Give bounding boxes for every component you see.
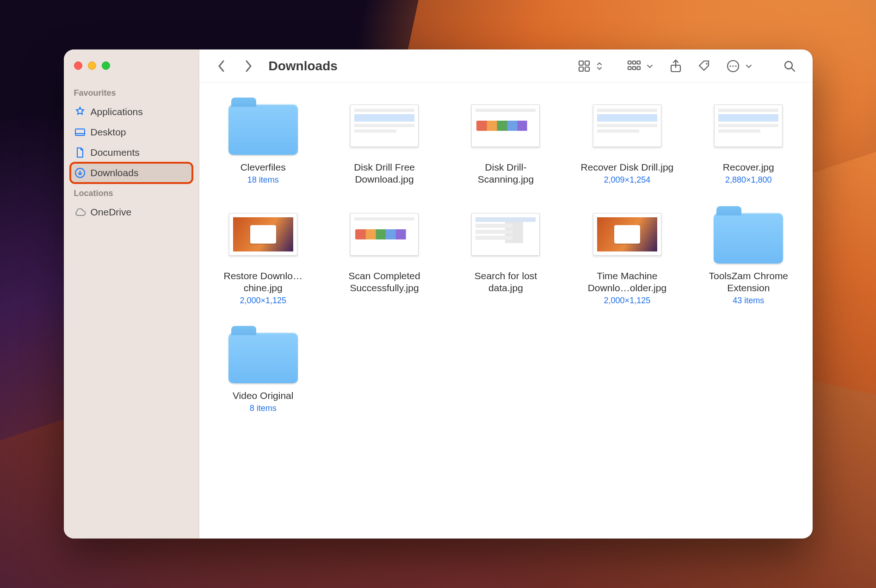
file-item[interactable]: Recover.jpg2,880×1,800 <box>693 96 804 186</box>
group-by-button[interactable] <box>624 56 644 76</box>
desktop-icon <box>74 126 86 138</box>
sidebar: Favourites Applications Desktop Document… <box>64 49 199 539</box>
folder-icon <box>714 213 783 263</box>
sidebar-item-label: Documents <box>91 147 140 158</box>
file-meta: 2,000×1,125 <box>240 296 286 306</box>
chevron-down-icon[interactable] <box>745 63 753 69</box>
documents-icon <box>74 147 86 159</box>
svg-rect-8 <box>637 61 640 64</box>
sidebar-item-desktop[interactable]: Desktop <box>70 122 192 142</box>
file-meta: 2,880×1,800 <box>725 175 772 185</box>
minimize-button[interactable] <box>88 61 96 70</box>
file-meta: 2,000×1,125 <box>604 296 651 306</box>
file-name: Time Machine Downlo…older.jpg <box>579 270 676 294</box>
sidebar-item-label: OneDrive <box>91 207 132 218</box>
main-pane: Downloads <box>199 49 813 539</box>
file-meta: 2,009×1,254 <box>604 175 651 185</box>
downloads-icon <box>74 167 86 179</box>
file-meta: 43 items <box>733 296 764 306</box>
file-name: Restore Downlo…chine.jpg <box>215 270 312 294</box>
image-thumbnail <box>593 213 661 256</box>
folder-item[interactable]: Cleverfiles18 items <box>208 96 319 186</box>
file-name: Recover.jpg <box>723 161 774 173</box>
svg-point-15 <box>729 65 731 67</box>
search-button[interactable] <box>779 56 800 76</box>
file-name: Disk Drill-Scanning.jpg <box>457 161 554 186</box>
file-item[interactable]: Disk Drill Free Download.jpg <box>329 96 440 186</box>
file-item[interactable]: Search for lost data.jpg <box>450 204 561 306</box>
fullscreen-button[interactable] <box>102 61 110 70</box>
image-thumbnail <box>350 213 419 256</box>
view-icons-button[interactable] <box>574 56 594 76</box>
more-actions-button[interactable] <box>723 56 743 76</box>
svg-point-17 <box>735 65 736 67</box>
back-button[interactable] <box>212 57 231 75</box>
finder-window: Favourites Applications Desktop Document… <box>64 49 813 539</box>
applications-icon <box>74 106 86 118</box>
sidebar-section-label: Locations <box>70 183 192 202</box>
svg-rect-0 <box>75 129 85 135</box>
file-name: ToolsZam Chrome Extension <box>700 270 797 294</box>
image-thumbnail <box>350 104 419 147</box>
image-thumbnail <box>593 104 661 147</box>
sidebar-item-label: Downloads <box>91 167 139 178</box>
sidebar-item-label: Desktop <box>91 127 126 138</box>
file-item[interactable]: Restore Downlo…chine.jpg2,000×1,125 <box>208 204 319 306</box>
toolbar: Downloads <box>199 49 813 83</box>
sidebar-section-label: Favourites <box>70 83 192 102</box>
chevron-down-icon[interactable] <box>646 63 654 69</box>
image-thumbnail <box>714 104 783 147</box>
sidebar-item-applications[interactable]: Applications <box>70 102 192 122</box>
tags-button[interactable] <box>694 56 715 76</box>
folder-icon <box>228 332 298 383</box>
folder-item[interactable]: ToolsZam Chrome Extension43 items <box>693 204 804 306</box>
file-name: Recover Disk Drill.jpg <box>581 161 674 173</box>
svg-rect-11 <box>637 67 640 70</box>
svg-rect-9 <box>628 67 631 70</box>
file-name: Search for lost data.jpg <box>457 270 554 294</box>
file-meta: 18 items <box>247 175 279 185</box>
window-controls <box>70 61 192 70</box>
file-item[interactable]: Scan Completed Successfully.jpg <box>329 204 440 306</box>
close-button[interactable] <box>74 61 82 70</box>
file-name: Disk Drill Free Download.jpg <box>336 161 433 186</box>
sidebar-item-onedrive[interactable]: OneDrive <box>70 202 192 222</box>
svg-rect-3 <box>585 61 589 65</box>
svg-point-16 <box>732 65 734 67</box>
sidebar-item-downloads[interactable]: Downloads <box>70 163 192 183</box>
file-item[interactable]: Recover Disk Drill.jpg2,009×1,254 <box>572 96 683 186</box>
svg-rect-5 <box>585 67 589 71</box>
file-meta: 8 items <box>250 404 277 413</box>
file-name: Cleverfiles <box>241 161 286 173</box>
file-name: Video Original <box>233 390 294 402</box>
image-thumbnail <box>229 213 297 256</box>
window-title: Downloads <box>269 59 338 74</box>
file-item[interactable]: Time Machine Downlo…older.jpg2,000×1,125 <box>572 204 683 306</box>
file-name: Scan Completed Successfully.jpg <box>336 270 433 294</box>
sidebar-item-documents[interactable]: Documents <box>70 142 192 163</box>
svg-rect-7 <box>632 61 635 64</box>
file-item[interactable]: Disk Drill-Scanning.jpg <box>450 96 561 186</box>
sidebar-item-label: Applications <box>91 106 143 117</box>
svg-rect-6 <box>628 61 631 64</box>
image-thumbnail <box>471 104 540 147</box>
folder-icon <box>228 104 298 155</box>
svg-rect-2 <box>579 61 583 65</box>
forward-button[interactable] <box>239 57 258 75</box>
svg-rect-10 <box>632 67 635 70</box>
image-thumbnail <box>471 213 540 256</box>
up-down-icon[interactable] <box>596 61 603 72</box>
svg-rect-4 <box>579 67 583 71</box>
cloud-icon <box>74 206 86 218</box>
svg-point-13 <box>706 63 708 65</box>
share-button[interactable] <box>666 56 686 76</box>
folder-item[interactable]: Video Original8 items <box>208 324 319 413</box>
file-grid: Cleverfiles18 itemsDisk Drill Free Downl… <box>208 96 804 413</box>
